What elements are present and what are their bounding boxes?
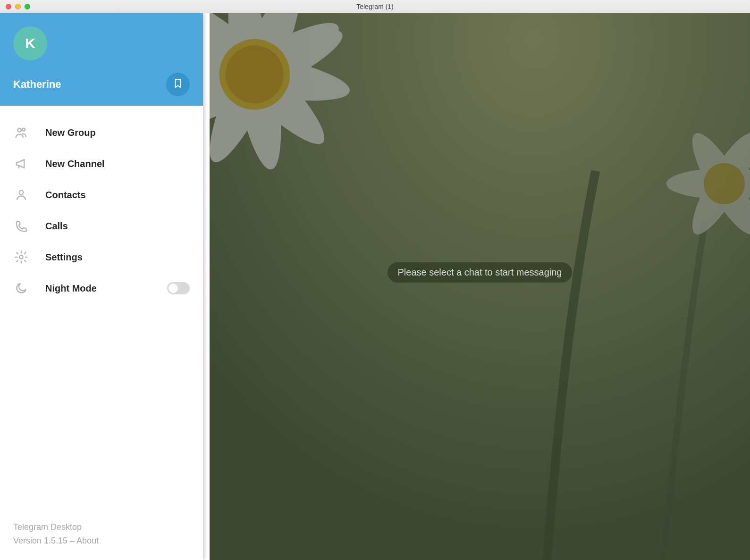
night-mode-toggle[interactable] xyxy=(167,282,190,294)
gear-icon xyxy=(13,249,29,265)
svg-point-2 xyxy=(19,191,24,195)
svg-point-3 xyxy=(19,255,23,259)
maximize-window-button[interactable] xyxy=(25,4,30,9)
window-controls xyxy=(0,4,30,9)
main-menu-drawer: K Katherine New Group xyxy=(0,13,203,560)
group-icon xyxy=(13,125,29,141)
svg-point-1 xyxy=(22,128,25,131)
window-title: Telegram (1) xyxy=(0,3,750,10)
window-titlebar: Telegram (1) xyxy=(0,0,750,13)
menu-item-label: Calls xyxy=(45,221,68,232)
saved-messages-button[interactable] xyxy=(166,73,190,96)
chat-area: Please select a chat to start messaging xyxy=(210,13,750,560)
menu-item-label: Settings xyxy=(45,252,83,263)
dim-overlay xyxy=(210,13,750,560)
avatar-initial: K xyxy=(25,35,35,51)
menu-new-channel[interactable]: New Channel xyxy=(0,148,203,179)
menu-new-group[interactable]: New Group xyxy=(0,117,203,148)
megaphone-icon xyxy=(13,156,29,172)
menu-calls[interactable]: Calls xyxy=(0,210,203,242)
menu-contacts[interactable]: Contacts xyxy=(0,179,203,210)
person-icon xyxy=(13,187,29,203)
drawer-menu: New Group New Channel Contacts Calls xyxy=(0,106,203,520)
user-name: Katherine xyxy=(13,78,61,91)
chatlist-edge xyxy=(203,13,210,560)
svg-point-0 xyxy=(18,128,22,132)
phone-icon xyxy=(13,218,29,234)
version-about-link[interactable]: Version 1.5.15 – About xyxy=(13,534,190,548)
menu-night-mode[interactable]: Night Mode xyxy=(0,273,203,304)
menu-item-label: Night Mode xyxy=(45,283,97,294)
user-avatar[interactable]: K xyxy=(13,26,47,60)
bookmark-icon xyxy=(173,78,183,91)
menu-item-label: New Channel xyxy=(45,159,105,169)
empty-chat-placeholder: Please select a chat to start messaging xyxy=(388,262,573,283)
close-window-button[interactable] xyxy=(6,4,11,9)
menu-item-label: New Group xyxy=(45,127,96,138)
moon-icon xyxy=(13,280,29,296)
app-name-label: Telegram Desktop xyxy=(13,520,190,534)
drawer-header: K Katherine xyxy=(0,13,203,106)
menu-item-label: Contacts xyxy=(45,190,86,201)
minimize-window-button[interactable] xyxy=(15,4,21,9)
menu-settings[interactable]: Settings xyxy=(0,242,203,273)
drawer-footer: Telegram Desktop Version 1.5.15 – About xyxy=(0,520,203,560)
